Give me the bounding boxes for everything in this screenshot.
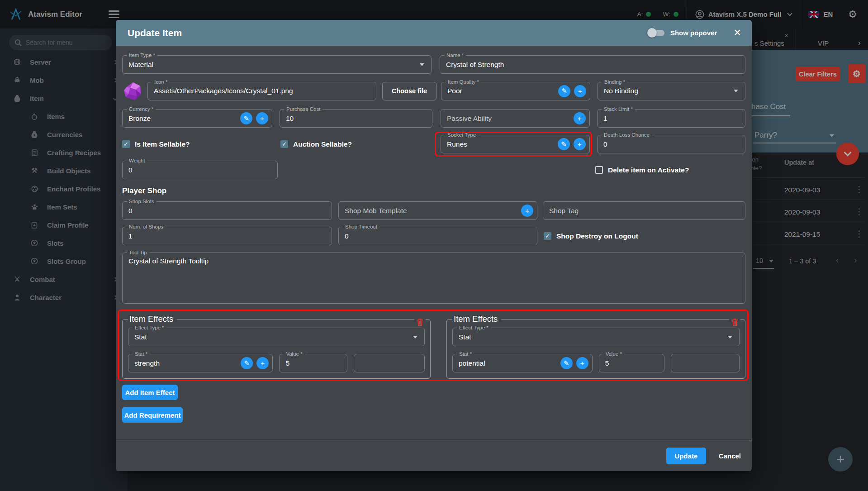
field-label: Name * [444, 52, 466, 58]
passive-ability-field[interactable]: Passive Ability + [441, 109, 590, 128]
add-icon[interactable]: + [574, 112, 586, 124]
item-type-field[interactable]: Item Type * Material [122, 55, 432, 74]
name-field[interactable]: Name * Crystal of Strength [440, 55, 745, 74]
field-value: Stat [128, 333, 153, 341]
modal-footer: Update Cancel [116, 440, 752, 471]
field-value: Stat [453, 333, 477, 341]
field-placeholder: Passive Ability [441, 114, 498, 123]
field-label: Binding * [602, 79, 627, 85]
add-item-effect-button[interactable]: Add Item Effect [122, 385, 178, 400]
effect-value-field[interactable]: Value * 5 [279, 354, 347, 372]
dropdown-caret-icon [413, 336, 417, 338]
field-value: 5 [280, 359, 295, 367]
socket-type-field[interactable]: Socket Type Runes ✎ + [441, 135, 590, 153]
add-icon[interactable]: + [521, 205, 533, 217]
add-requirement-button[interactable]: Add Requirement [122, 407, 183, 423]
tool-tip-field[interactable]: Tool Tip Crystal of Strength Tooltip [122, 253, 745, 304]
field-label: Value * [284, 351, 304, 357]
checkbox-label: Delete item on Activate? [608, 166, 689, 174]
effect-type-field[interactable]: Effect Type * Stat [128, 328, 425, 346]
shop-slots-field[interactable]: Shop Slots 0 [122, 201, 332, 220]
field-value: No Binding [598, 87, 644, 95]
show-popover-toggle[interactable] [648, 30, 664, 36]
binding-field[interactable]: Binding * No Binding [598, 82, 745, 100]
edit-icon[interactable]: ✎ [560, 357, 573, 369]
shop-timeout-field[interactable]: Shop Timeout 0 [338, 227, 537, 245]
modal-body: Item Type * Material Name * Crystal of S… [116, 46, 752, 440]
field-label: Stack Limit * [602, 106, 635, 112]
field-label: Shop Slots [127, 199, 157, 205]
field-value: strength [128, 359, 166, 367]
field-value: 0 [339, 232, 355, 240]
stack-limit-field[interactable]: Stack Limit * 1 [597, 109, 745, 128]
item-effects-legend: Item Effects [452, 314, 501, 324]
field-label: Effect Type * [457, 325, 491, 331]
shop-destroy-on-logout-checkbox[interactable]: ✓ Shop Destroy on Logout [544, 232, 638, 240]
field-value: 10 [280, 114, 299, 123]
add-icon[interactable]: + [574, 138, 586, 150]
effect-type-field[interactable]: Effect Type * Stat [452, 328, 740, 346]
field-value: Assets/OtherPackages/Icons/Crystal_01.pn… [148, 87, 299, 95]
edit-icon[interactable]: ✎ [558, 85, 570, 97]
edit-icon[interactable]: ✎ [241, 357, 253, 369]
field-value: 1 [123, 232, 138, 240]
icon-path-field[interactable]: Icon * Assets/OtherPackages/Icons/Crysta… [147, 82, 376, 100]
field-value: Crystal of Strength [440, 61, 510, 69]
field-value: 0 [123, 166, 138, 174]
death-loss-chance-field[interactable]: Death Loss Chance 0 [597, 135, 745, 153]
add-icon[interactable]: + [256, 357, 269, 369]
auction-sellable-checkbox[interactable]: ✓ Auction Sellable? [280, 140, 432, 148]
effect-value-field[interactable]: Value * 5 [599, 354, 664, 372]
currency-field[interactable]: Currency * Bronze ✎ + [122, 109, 272, 128]
dropdown-caret-icon [728, 336, 732, 338]
checkbox-checked: ✓ [280, 140, 288, 148]
field-value: Bronze [123, 114, 157, 123]
effect-extra-field[interactable] [354, 354, 425, 372]
close-icon[interactable]: × [734, 27, 741, 39]
effect-stat-field[interactable]: Stat * potential ✎ + [452, 354, 593, 372]
field-label: Purchase Cost [284, 106, 323, 112]
field-label: Item Type * [127, 52, 157, 58]
field-label: Death Loss Chance [602, 132, 652, 138]
checkbox-label: Shop Destroy on Logout [556, 232, 638, 240]
purchase-cost-field[interactable]: Purchase Cost 10 [280, 109, 432, 128]
field-label: Effect Type * [133, 325, 166, 331]
edit-icon[interactable]: ✎ [558, 138, 570, 150]
effect-extra-field[interactable] [671, 354, 740, 372]
item-quality-field[interactable]: Item Quality * Poor ✎ + [441, 82, 590, 100]
checkbox-label: Auction Sellable? [293, 140, 352, 148]
field-label: Num. of Shops [127, 224, 166, 230]
update-button[interactable]: Update [666, 448, 706, 464]
delete-on-activate-checkbox[interactable]: Delete item on Activate? [595, 166, 689, 174]
toggle-thumb [647, 28, 657, 38]
weight-field[interactable]: Weight 0 [122, 161, 278, 179]
item-effect-group-1: Item Effects Effect Type * Stat Stat * s… [122, 314, 431, 379]
field-value: Poor [441, 87, 468, 95]
field-value: 1 [598, 114, 613, 123]
shop-mob-template-field[interactable]: Shop Mob Template + [338, 201, 537, 220]
check-icon: ✓ [123, 141, 128, 148]
field-label: Value * [603, 351, 624, 357]
add-icon[interactable]: + [256, 112, 268, 124]
field-value: 0 [123, 207, 138, 215]
field-label: Tool Tip [127, 250, 149, 256]
shop-tag-field[interactable]: Shop Tag [543, 201, 745, 220]
delete-effect-trash-icon[interactable] [729, 318, 740, 328]
add-icon[interactable]: + [574, 85, 586, 97]
edit-icon[interactable]: ✎ [240, 112, 252, 124]
choose-file-button[interactable]: Choose file [382, 82, 436, 100]
cancel-button[interactable]: Cancel [719, 452, 741, 460]
item-icon-preview [122, 81, 143, 101]
field-label: Shop Timeout [343, 224, 379, 230]
field-value: Runes [441, 140, 473, 148]
field-label: Stat * [133, 351, 150, 357]
is-item-sellable-checkbox[interactable]: ✓ Is Item Sellable? [122, 140, 280, 148]
add-icon[interactable]: + [576, 357, 588, 369]
delete-effect-trash-icon[interactable] [414, 318, 426, 328]
field-label: Icon * [152, 79, 170, 85]
num-of-shops-field[interactable]: Num. of Shops 1 [122, 227, 332, 245]
field-label: Item Quality * [446, 79, 481, 85]
item-effects-legend: Item Effects [128, 314, 177, 324]
effect-stat-field[interactable]: Stat * strength ✎ + [128, 354, 273, 372]
field-placeholder: Shop Mob Template [339, 207, 413, 215]
